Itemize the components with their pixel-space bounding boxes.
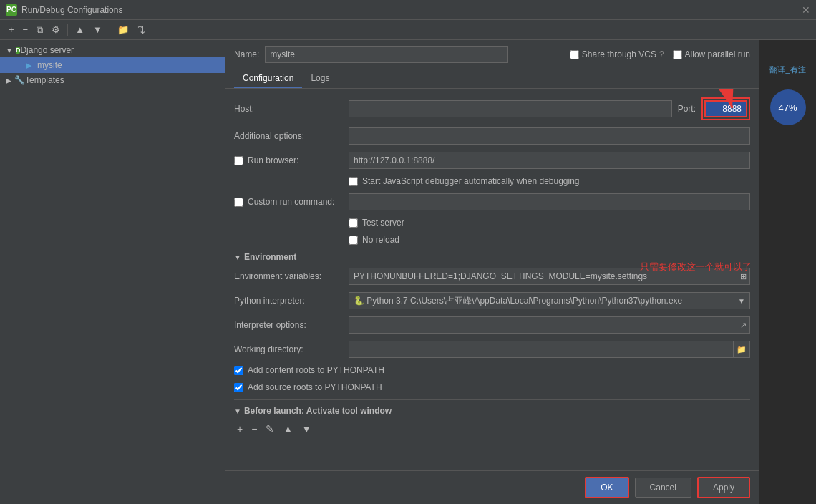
- interpreter-options-row: Interpreter options: ↗: [234, 316, 750, 334]
- port-input[interactable]: [704, 100, 747, 117]
- dropdown-arrow: ▼: [738, 297, 745, 305]
- interpreter-options-browse[interactable]: ↗: [737, 316, 750, 334]
- port-box-container: [701, 97, 750, 120]
- env-vars-browse[interactable]: ⊞: [737, 268, 750, 285]
- env-vars-row: Environment variables: ⊞: [234, 268, 750, 285]
- test-server-label: Test server: [362, 218, 404, 228]
- django-group-arrow: ▼: [6, 47, 13, 54]
- python-interpreter-dropdown[interactable]: 🐍 Python 3.7 C:\Users\占亚峰\AppData\Local\…: [349, 292, 750, 309]
- arrow-up-button[interactable]: ▲: [72, 23, 87, 37]
- remove-button[interactable]: −: [20, 23, 31, 37]
- name-input[interactable]: [265, 46, 508, 63]
- name-options: Share through VCS ? Allow parallel run: [570, 49, 750, 59]
- working-dir-container: 📁: [349, 341, 750, 358]
- mysite-icon: ▶: [23, 59, 34, 71]
- add-source-roots-checkbox[interactable]: [234, 383, 243, 392]
- python-interpreter-value: 🐍 Python 3.7 C:\Users\占亚峰\AppData\Local\…: [354, 295, 682, 307]
- allow-parallel-checkbox[interactable]: [673, 50, 682, 59]
- python-interpreter-row: Python interpreter: 🐍 Python 3.7 C:\User…: [234, 292, 750, 309]
- additional-options-input[interactable]: [349, 127, 750, 145]
- main-layout: ▼ D Django server ▶ mysite ▶ 🔧 Templates…: [0, 40, 816, 504]
- title-bar: PC Run/Debug Configurations ✕: [0, 0, 816, 20]
- mysite-label: mysite: [37, 60, 62, 70]
- add-button[interactable]: +: [6, 23, 17, 37]
- add-source-roots-label: Add source roots to PYTHONPATH: [248, 382, 382, 392]
- env-vars-input[interactable]: [349, 268, 737, 285]
- custom-run-input[interactable]: [349, 193, 750, 210]
- working-dir-row: Working directory: 📁: [234, 341, 750, 358]
- footer: OK Cancel Apply: [225, 470, 759, 504]
- sidebar-group-django[interactable]: ▼ D Django server: [0, 43, 225, 57]
- templates-icon: 🔧: [14, 75, 25, 85]
- add-content-roots-row: Add content roots to PYTHONPATH: [234, 365, 750, 375]
- launch-edit-btn[interactable]: ✎: [263, 422, 277, 436]
- working-dir-browse[interactable]: 📁: [734, 341, 750, 358]
- cancel-button[interactable]: Cancel: [635, 478, 691, 498]
- working-dir-input[interactable]: [349, 341, 734, 358]
- sidebar: ▼ D Django server ▶ mysite ▶ 🔧 Templates: [0, 40, 225, 504]
- run-browser-row: Run browser:: [234, 152, 750, 169]
- allow-parallel-label[interactable]: Allow parallel run: [673, 49, 750, 59]
- launch-down-btn[interactable]: ▼: [298, 422, 314, 436]
- custom-run-row: Custom run command:: [234, 193, 750, 210]
- name-label: Name:: [234, 49, 259, 59]
- share-vcs-label[interactable]: Share through VCS ?: [570, 49, 664, 59]
- sidebar-group-templates[interactable]: ▶ 🔧 Templates: [0, 73, 225, 87]
- progress-indicator: 47%: [770, 89, 806, 125]
- js-debugger-label: Start JavaScript debugger automatically …: [362, 176, 580, 186]
- test-server-checkbox[interactable]: [349, 218, 358, 228]
- templates-label: Templates: [25, 75, 64, 85]
- add-content-roots-checkbox[interactable]: [234, 366, 243, 375]
- port-highlight-box: [701, 97, 750, 120]
- django-group-label: Django server: [20, 45, 74, 55]
- host-input[interactable]: [349, 100, 672, 117]
- ok-button[interactable]: OK: [585, 477, 628, 498]
- folder-add-button[interactable]: 📁: [115, 23, 132, 37]
- additional-options-label: Additional options:: [234, 131, 349, 141]
- run-browser-label: Run browser:: [248, 155, 298, 165]
- test-server-row: Test server: [234, 218, 750, 228]
- settings-button[interactable]: ⚙: [49, 23, 63, 37]
- js-debugger-row: Start JavaScript debugger automatically …: [234, 176, 750, 186]
- name-row: Name: Share through VCS ? Allow parallel…: [225, 40, 759, 69]
- host-port-container: Port:: [349, 97, 750, 120]
- no-reload-checkbox[interactable]: [349, 236, 358, 245]
- run-browser-input[interactable]: [349, 152, 750, 169]
- title-bar-text: Run/Debug Configurations: [21, 5, 122, 15]
- port-label: Port:: [678, 104, 696, 114]
- share-vcs-checkbox[interactable]: [570, 50, 579, 59]
- tab-configuration[interactable]: Configuration: [234, 69, 302, 88]
- right-panel: 翻译_有注 47%: [759, 40, 816, 504]
- add-content-roots-label: Add content roots to PYTHONPATH: [248, 365, 384, 375]
- toolbar-separator-2: [110, 24, 110, 36]
- custom-run-checkbox[interactable]: [234, 198, 243, 207]
- arrow-down-button[interactable]: ▼: [90, 23, 105, 37]
- before-launch-arrow: ▼: [234, 407, 241, 415]
- working-dir-label: Working directory:: [234, 344, 349, 354]
- environment-section-header[interactable]: ▼ Environment: [234, 252, 750, 262]
- interpreter-options-input[interactable]: [349, 316, 737, 334]
- before-launch-label: Before launch: Activate tool window: [244, 406, 392, 416]
- no-reload-label: No reload: [362, 235, 399, 245]
- run-browser-checkbox[interactable]: [234, 156, 243, 165]
- launch-remove-btn[interactable]: −: [248, 422, 260, 436]
- launch-add-btn[interactable]: +: [234, 422, 246, 436]
- launch-up-btn[interactable]: ▲: [280, 422, 296, 436]
- apply-button[interactable]: Apply: [697, 477, 750, 498]
- env-vars-container: ⊞: [349, 268, 750, 285]
- before-launch-header[interactable]: ▼ Before launch: Activate tool window: [234, 406, 750, 416]
- close-button[interactable]: ✕: [802, 4, 810, 16]
- environment-label: Environment: [244, 252, 296, 262]
- content-area: Name: Share through VCS ? Allow parallel…: [225, 40, 759, 504]
- sort-button[interactable]: ⇅: [135, 23, 148, 37]
- help-icon[interactable]: ?: [659, 49, 664, 59]
- environment-arrow: ▼: [234, 253, 241, 261]
- tab-logs[interactable]: Logs: [302, 69, 338, 88]
- templates-group-arrow: ▶: [6, 77, 11, 84]
- sidebar-item-mysite[interactable]: ▶ mysite: [0, 57, 225, 73]
- js-debugger-checkbox[interactable]: [349, 177, 358, 186]
- python-interpreter-label: Python interpreter:: [234, 296, 349, 306]
- toolbar: + − ⧉ ⚙ ▲ ▼ 📁 ⇅: [0, 20, 816, 40]
- copy-button[interactable]: ⧉: [34, 23, 46, 37]
- before-launch-section: ▼ Before launch: Activate tool window + …: [234, 399, 750, 436]
